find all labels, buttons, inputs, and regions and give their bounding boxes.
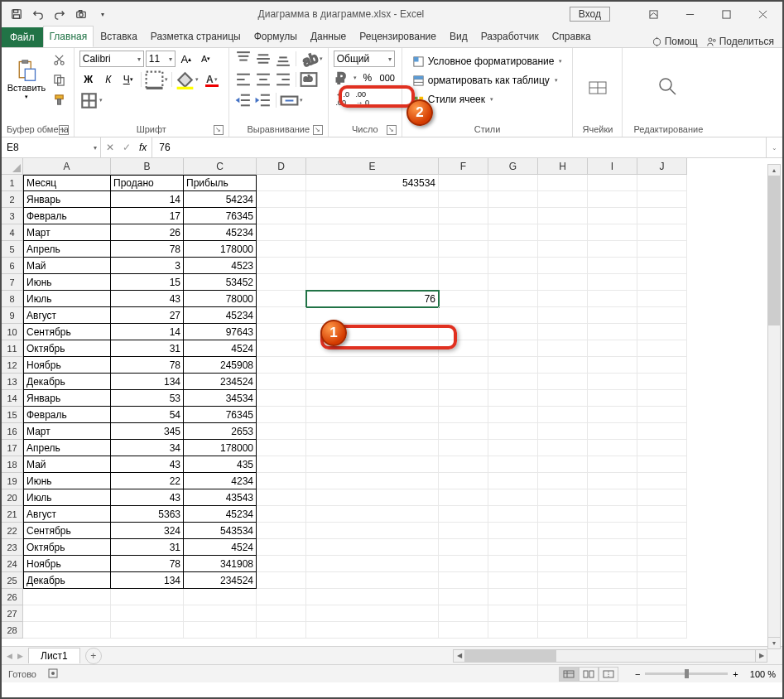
cell-J7[interactable] (637, 274, 687, 291)
cell-C15[interactable]: 76345 (184, 407, 257, 423)
cell-I19[interactable] (588, 473, 637, 489)
row-header-13[interactable]: 13 (2, 374, 23, 390)
cell-D1[interactable] (257, 175, 306, 191)
cell-F23[interactable] (439, 539, 488, 556)
cell-J13[interactable] (637, 374, 687, 390)
merge-icon[interactable] (280, 92, 303, 108)
cell-A6[interactable]: Май (23, 258, 111, 274)
cell-E27[interactable] (306, 605, 439, 622)
page-break-view-icon[interactable] (599, 667, 618, 682)
cell-C16[interactable]: 2653 (184, 423, 257, 440)
cell-B14[interactable]: 53 (111, 390, 184, 407)
increase-indent-icon[interactable] (254, 92, 272, 108)
cell-G27[interactable] (488, 605, 538, 622)
row-header-10[interactable]: 10 (2, 324, 23, 340)
underline-icon[interactable]: Ч▾ (119, 71, 137, 88)
tab-formulas[interactable]: Формулы (248, 26, 304, 47)
cell-A16[interactable]: Март (23, 423, 111, 440)
cell-D22[interactable] (257, 523, 306, 539)
tab-view[interactable]: Вид (443, 26, 474, 47)
add-sheet-button[interactable]: + (85, 648, 102, 664)
zoom-in-icon[interactable]: + (733, 669, 738, 679)
cell-A5[interactable]: Апрель (23, 241, 111, 258)
cells-icon[interactable] (586, 75, 609, 99)
cell-I2[interactable] (588, 191, 637, 208)
cell-F9[interactable] (439, 307, 488, 324)
cell-E4[interactable] (306, 224, 439, 241)
cell-C20[interactable]: 43543 (184, 489, 257, 506)
clipboard-dialog-icon[interactable]: ↘ (59, 125, 69, 135)
format-as-table-button[interactable]: орматировать как таблицу (410, 71, 565, 89)
align-top-icon[interactable] (234, 51, 253, 67)
cell-A8[interactable]: Июль (23, 291, 111, 307)
cell-E25[interactable] (306, 572, 439, 589)
cell-I5[interactable] (588, 241, 637, 258)
cell-H13[interactable] (538, 374, 588, 390)
number-format-combo[interactable]: Общий▾ (334, 51, 395, 67)
row-header-15[interactable]: 15 (2, 407, 23, 423)
cell-E3[interactable] (306, 208, 439, 224)
cell-D12[interactable] (257, 357, 306, 374)
cell-I7[interactable] (588, 274, 637, 291)
cell-B16[interactable]: 345 (111, 423, 184, 440)
cell-B27[interactable] (111, 605, 184, 622)
cell-I25[interactable] (588, 572, 637, 589)
col-header-F[interactable]: F (439, 158, 488, 175)
col-header-A[interactable]: A (23, 158, 111, 175)
cell-I12[interactable] (588, 357, 637, 374)
cell-C10[interactable]: 97643 (184, 324, 257, 340)
cell-E1[interactable]: 543534 (306, 175, 439, 191)
insert-function-icon[interactable]: fx (139, 142, 147, 153)
cell-F17[interactable] (439, 440, 488, 456)
cell-H11[interactable] (538, 340, 588, 357)
cell-F5[interactable] (439, 241, 488, 258)
cell-F12[interactable] (439, 357, 488, 374)
select-all-button[interactable] (2, 158, 23, 175)
cell-D16[interactable] (257, 423, 306, 440)
cell-G19[interactable] (488, 473, 538, 489)
scroll-up-icon[interactable]: ▴ (768, 165, 780, 176)
cell-H6[interactable] (538, 258, 588, 274)
increase-font-icon[interactable]: A▴ (177, 51, 195, 67)
cell-B10[interactable]: 14 (111, 324, 184, 340)
cell-E7[interactable] (306, 274, 439, 291)
cell-A13[interactable]: Декабрь (23, 374, 111, 390)
cell-H25[interactable] (538, 572, 588, 589)
tab-data[interactable]: Данные (304, 26, 353, 47)
cell-D17[interactable] (257, 440, 306, 456)
cell-B2[interactable]: 14 (111, 191, 184, 208)
row-header-16[interactable]: 16 (2, 423, 23, 440)
cell-B6[interactable]: 3 (111, 258, 184, 274)
cell-A28[interactable] (23, 622, 111, 639)
row-header-23[interactable]: 23 (2, 539, 23, 556)
cell-C9[interactable]: 45234 (184, 307, 257, 324)
cell-J11[interactable] (637, 340, 687, 357)
cell-H19[interactable] (538, 473, 588, 489)
cell-C1[interactable]: Прибыль (184, 175, 257, 191)
cell-D19[interactable] (257, 473, 306, 489)
cell-E22[interactable] (306, 523, 439, 539)
hscroll-thumb[interactable] (465, 650, 556, 662)
cell-H26[interactable] (538, 589, 588, 605)
cell-I13[interactable] (588, 374, 637, 390)
font-dialog-icon[interactable]: ↘ (214, 125, 224, 135)
italic-icon[interactable]: К (99, 71, 118, 88)
cell-B21[interactable]: 5363 (111, 506, 184, 523)
cell-F13[interactable] (439, 374, 488, 390)
cell-H14[interactable] (538, 390, 588, 407)
row-header-26[interactable]: 26 (2, 589, 23, 605)
scroll-left-icon[interactable]: ◀ (454, 650, 465, 662)
cell-H20[interactable] (538, 489, 588, 506)
cell-F28[interactable] (439, 622, 488, 639)
page-layout-view-icon[interactable] (579, 667, 599, 682)
cell-D20[interactable] (257, 489, 306, 506)
cell-F2[interactable] (439, 191, 488, 208)
name-box[interactable]: E8▾ (2, 137, 101, 157)
cell-A14[interactable]: Январь (23, 390, 111, 407)
cell-D2[interactable] (257, 191, 306, 208)
cell-F1[interactable] (439, 175, 488, 191)
cell-I15[interactable] (588, 407, 637, 423)
cell-E26[interactable] (306, 589, 439, 605)
sheet-nav-next-icon[interactable]: ▶ (17, 652, 23, 660)
sheet-nav-prev-icon[interactable]: ◀ (7, 652, 12, 660)
